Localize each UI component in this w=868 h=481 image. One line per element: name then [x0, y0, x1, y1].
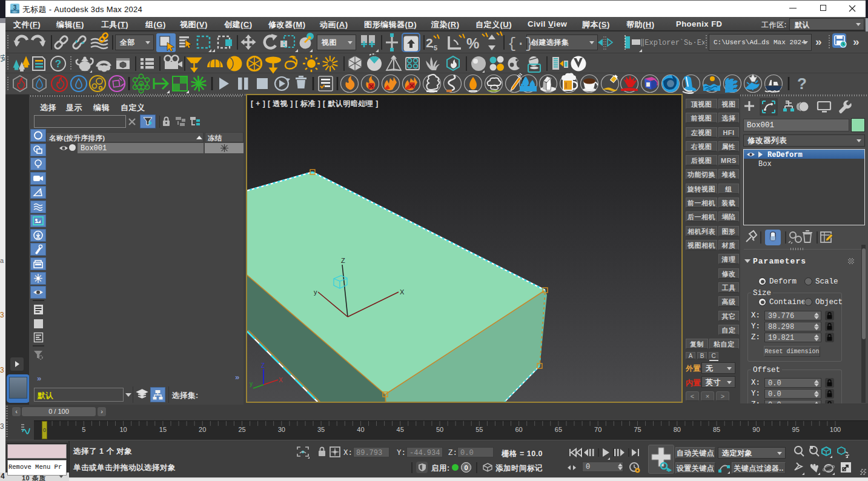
svg-text:Z: Z	[261, 362, 265, 369]
svg-text:3: 3	[13, 4, 17, 11]
svg-text:50: 50	[436, 426, 443, 433]
svg-text:60: 60	[515, 426, 522, 433]
svg-text:75: 75	[634, 426, 641, 433]
svg-text:100: 100	[830, 426, 841, 433]
svg-text:%: %	[466, 35, 479, 51]
svg-text:55: 55	[475, 426, 483, 433]
svg-text:5: 5	[434, 44, 437, 51]
svg-text:25: 25	[238, 426, 245, 433]
svg-text:20: 20	[199, 426, 206, 433]
svg-text:90: 90	[752, 426, 760, 433]
svg-text:X: X	[279, 377, 283, 383]
svg-text:?: ?	[797, 75, 807, 93]
svg-text:?: ?	[55, 58, 61, 70]
svg-text:45: 45	[397, 426, 404, 433]
svg-text:Z: Z	[341, 257, 345, 264]
svg-text:10: 10	[119, 426, 127, 433]
svg-text:70: 70	[594, 426, 601, 433]
svg-text:2: 2	[426, 36, 433, 50]
svg-text:35: 35	[317, 426, 325, 433]
svg-text:15: 15	[159, 426, 167, 433]
svg-text:85: 85	[713, 426, 720, 433]
svg-text:y: y	[314, 288, 317, 296]
svg-text:MAX: MAX	[13, 11, 18, 13]
svg-text:5: 5	[82, 426, 85, 433]
svg-text:y: y	[250, 380, 253, 387]
svg-text:80: 80	[674, 426, 681, 433]
svg-text:95: 95	[792, 426, 800, 433]
svg-text:30: 30	[278, 426, 285, 433]
svg-text:40: 40	[357, 426, 364, 433]
svg-text:65: 65	[555, 426, 562, 433]
svg-text:{·}: {·}	[508, 36, 534, 52]
svg-text:X: X	[400, 288, 405, 296]
